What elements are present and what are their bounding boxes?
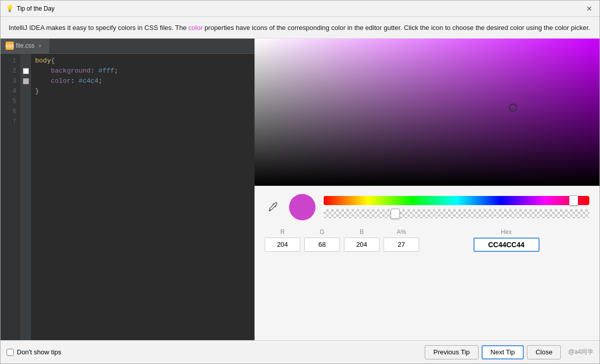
tip-dialog: 💡 Tip of the Day ✕ IntelliJ IDEA makes i… <box>0 0 600 364</box>
code-line-7 <box>35 117 250 127</box>
code-line-1: body{ <box>35 56 250 66</box>
g-field: G <box>304 228 340 252</box>
dont-show-label[interactable]: Don't show tips <box>17 348 61 356</box>
gutter-1 <box>21 56 31 66</box>
alpha-slider-thumb[interactable] <box>391 209 400 219</box>
window-close-button[interactable]: ✕ <box>584 4 594 14</box>
a-input[interactable] <box>384 238 419 252</box>
gutter-5 <box>21 96 31 107</box>
gutter-3[interactable] <box>21 76 31 86</box>
line-numbers: 1 2 3 4 5 6 7 <box>1 54 21 341</box>
rgba-row: R G B A% Hex <box>265 228 589 252</box>
sliders-area <box>324 196 589 218</box>
editor-panel: CSS file.css × 1 2 3 4 5 6 7 <box>1 39 255 341</box>
a-field: A% <box>384 228 419 252</box>
b-field: B <box>344 228 380 252</box>
content-area: CSS file.css × 1 2 3 4 5 6 7 <box>1 39 599 341</box>
eyedropper-icon <box>267 202 278 213</box>
close-button[interactable]: Close <box>527 345 561 359</box>
desc-text-before: IntelliJ IDEA makes it easy to specify c… <box>9 24 188 31</box>
dont-show-checkbox[interactable] <box>7 349 14 356</box>
tip-description: IntelliJ IDEA makes it easy to specify c… <box>1 17 599 39</box>
eyedropper-button[interactable] <box>265 199 281 215</box>
desc-color-word: color <box>188 24 203 31</box>
gutter-color-swatch-white[interactable] <box>23 68 29 74</box>
gutter-4 <box>21 86 31 96</box>
code-body: 1 2 3 4 5 6 7 <box>1 54 255 341</box>
b-label: B <box>360 228 364 236</box>
title-bar: 💡 Tip of the Day ✕ <box>1 1 599 17</box>
file-css-tab[interactable]: CSS file.css × <box>1 39 49 53</box>
dont-show-area: Don't show tips <box>7 348 61 356</box>
gutter-color-swatch-pink[interactable] <box>23 78 29 84</box>
code-line-5 <box>35 96 250 107</box>
hue-slider-thumb[interactable] <box>569 195 578 206</box>
line-num-4: 4 <box>1 86 16 96</box>
desc-text-after: properties have icons of the correspondi… <box>203 24 590 31</box>
alpha-slider[interactable] <box>324 209 589 218</box>
gutter-7 <box>21 117 31 127</box>
picker-controls: R G B A% Hex <box>255 186 599 260</box>
gutter-2[interactable] <box>21 66 31 76</box>
bottom-bar: Don't show tips Previous Tip Next Tip Cl… <box>1 340 599 363</box>
tab-filename: file.css <box>16 42 35 49</box>
code-line-2: background: #fff; <box>35 66 250 76</box>
color-gradient-area[interactable] <box>255 39 599 186</box>
tab-close-button[interactable]: × <box>37 42 44 49</box>
editor-gutter <box>21 54 31 341</box>
code-lines: body{ background: #fff; color: #c4c4; } <box>31 54 255 341</box>
r-input[interactable] <box>265 238 300 252</box>
app-icon: 💡 <box>6 5 14 13</box>
next-tip-button[interactable]: Next Tip <box>482 345 524 359</box>
line-num-5: 5 <box>1 96 16 107</box>
title-bar-left: 💡 Tip of the Day <box>6 5 54 13</box>
css-icon: CSS <box>6 42 14 50</box>
r-label: R <box>280 228 285 236</box>
color-picker-panel: R G B A% Hex <box>255 39 599 341</box>
picker-top-row <box>265 194 589 220</box>
g-input[interactable] <box>304 238 340 252</box>
hue-slider[interactable] <box>324 196 589 205</box>
line-num-6: 6 <box>1 107 16 117</box>
line-num-7: 7 <box>1 117 16 127</box>
user-label: @a4同学 <box>568 348 593 356</box>
gradient-background <box>255 39 599 186</box>
hex-label: Hex <box>501 228 512 236</box>
line-num-1: 1 <box>1 56 16 66</box>
gutter-6 <box>21 107 31 117</box>
color-preview-circle <box>289 194 315 220</box>
line-num-2: 2 <box>1 66 16 76</box>
dialog-title: Tip of the Day <box>17 5 54 12</box>
line-num-3: 3 <box>1 76 16 86</box>
g-label: G <box>320 228 324 236</box>
a-label: A% <box>397 228 406 236</box>
action-buttons: Previous Tip Next Tip Close @a4同学 <box>425 345 593 359</box>
previous-tip-button[interactable]: Previous Tip <box>425 345 479 359</box>
r-field: R <box>265 228 300 252</box>
hex-field: Hex <box>423 228 589 252</box>
tab-bar: CSS file.css × <box>1 39 255 54</box>
code-line-3: color: #c4c4; <box>35 76 250 86</box>
b-input[interactable] <box>344 238 380 252</box>
hex-input[interactable] <box>473 238 540 252</box>
svg-rect-0 <box>269 210 271 211</box>
code-line-6 <box>35 107 250 117</box>
code-line-4: } <box>35 86 250 96</box>
